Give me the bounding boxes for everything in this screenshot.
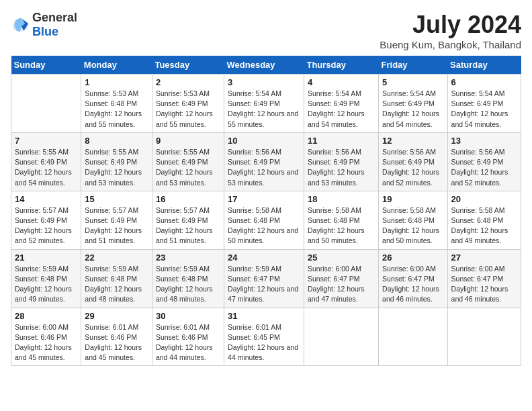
day-number: 25 [308,253,375,263]
cell-info: Sunrise: 6:01 AM Sunset: 6:46 PM Dayligh… [85,322,148,363]
calendar-cell: 19Sunrise: 5:58 AM Sunset: 6:48 PM Dayli… [379,191,448,249]
day-number: 30 [156,311,220,321]
cell-info: Sunrise: 5:57 AM Sunset: 6:49 PM Dayligh… [85,205,148,246]
calendar-cell: 16Sunrise: 5:57 AM Sunset: 6:49 PM Dayli… [152,191,224,249]
header-tuesday: Tuesday [152,56,224,75]
cell-info: Sunrise: 5:54 AM Sunset: 6:49 PM Dayligh… [451,89,517,130]
header: General Blue July 2024 Bueng Kum, Bangko… [11,11,521,50]
calendar-week-5: 28Sunrise: 6:00 AM Sunset: 6:46 PM Dayli… [11,308,521,366]
calendar-cell [379,308,448,366]
cell-info: Sunrise: 5:58 AM Sunset: 6:48 PM Dayligh… [228,205,300,246]
day-number: 18 [308,194,375,204]
main-title: July 2024 [380,11,521,39]
logo-text: General Blue [32,11,77,39]
day-number: 19 [382,194,444,204]
day-number: 28 [15,311,77,321]
calendar-cell: 4Sunrise: 5:54 AM Sunset: 6:49 PM Daylig… [304,75,378,133]
logo-icon [11,15,30,34]
calendar-cell: 20Sunrise: 5:58 AM Sunset: 6:48 PM Dayli… [447,191,521,249]
cell-info: Sunrise: 5:58 AM Sunset: 6:48 PM Dayligh… [382,205,444,246]
cell-info: Sunrise: 5:57 AM Sunset: 6:49 PM Dayligh… [15,205,77,246]
calendar-cell [304,308,378,366]
calendar-cell: 13Sunrise: 5:56 AM Sunset: 6:49 PM Dayli… [447,132,521,191]
cell-info: Sunrise: 6:01 AM Sunset: 6:45 PM Dayligh… [228,322,300,363]
day-number: 5 [382,77,444,87]
calendar-cell [11,75,81,133]
day-number: 15 [85,194,148,204]
calendar-cell: 21Sunrise: 5:59 AM Sunset: 6:48 PM Dayli… [11,249,81,308]
day-number: 7 [15,136,77,146]
cell-info: Sunrise: 5:53 AM Sunset: 6:48 PM Dayligh… [85,89,148,130]
calendar-week-1: 1Sunrise: 5:53 AM Sunset: 6:48 PM Daylig… [11,75,521,133]
cell-info: Sunrise: 6:01 AM Sunset: 6:46 PM Dayligh… [156,322,220,363]
cell-info: Sunrise: 5:56 AM Sunset: 6:49 PM Dayligh… [308,147,375,188]
cell-info: Sunrise: 5:56 AM Sunset: 6:49 PM Dayligh… [228,147,300,188]
calendar-cell: 27Sunrise: 6:00 AM Sunset: 6:47 PM Dayli… [447,249,521,308]
subtitle: Bueng Kum, Bangkok, Thailand [380,39,521,50]
logo-blue: Blue [32,25,58,38]
day-number: 23 [156,253,220,263]
calendar-cell: 10Sunrise: 5:56 AM Sunset: 6:49 PM Dayli… [224,132,304,191]
day-number: 20 [451,194,517,204]
header-saturday: Saturday [447,56,521,75]
cell-info: Sunrise: 6:00 AM Sunset: 6:46 PM Dayligh… [15,322,77,363]
calendar-cell: 7Sunrise: 5:55 AM Sunset: 6:49 PM Daylig… [11,132,81,191]
day-number: 8 [85,136,148,146]
day-number: 1 [85,77,148,87]
calendar-cell: 11Sunrise: 5:56 AM Sunset: 6:49 PM Dayli… [304,132,378,191]
cell-info: Sunrise: 6:00 AM Sunset: 6:47 PM Dayligh… [382,264,444,305]
cell-info: Sunrise: 5:57 AM Sunset: 6:49 PM Dayligh… [156,205,220,246]
cell-info: Sunrise: 5:59 AM Sunset: 6:47 PM Dayligh… [228,264,300,305]
cell-info: Sunrise: 5:56 AM Sunset: 6:49 PM Dayligh… [451,147,517,188]
day-number: 3 [228,77,300,87]
day-number: 21 [15,253,77,263]
calendar-table: SundayMondayTuesdayWednesdayThursdayFrid… [11,56,521,366]
calendar-cell: 29Sunrise: 6:01 AM Sunset: 6:46 PM Dayli… [81,308,152,366]
day-number: 6 [451,77,517,87]
calendar-cell: 14Sunrise: 5:57 AM Sunset: 6:49 PM Dayli… [11,191,81,249]
day-number: 16 [156,194,220,204]
cell-info: Sunrise: 5:55 AM Sunset: 6:49 PM Dayligh… [85,147,148,188]
cell-info: Sunrise: 5:55 AM Sunset: 6:49 PM Dayligh… [156,147,220,188]
header-sunday: Sunday [11,56,81,75]
day-number: 29 [85,311,148,321]
calendar-week-3: 14Sunrise: 5:57 AM Sunset: 6:49 PM Dayli… [11,191,521,249]
day-number: 22 [85,253,148,263]
calendar-cell [447,308,521,366]
cell-info: Sunrise: 6:00 AM Sunset: 6:47 PM Dayligh… [308,264,375,305]
calendar-cell: 23Sunrise: 5:59 AM Sunset: 6:48 PM Dayli… [152,249,224,308]
cell-info: Sunrise: 5:59 AM Sunset: 6:48 PM Dayligh… [15,264,77,305]
calendar-cell: 26Sunrise: 6:00 AM Sunset: 6:47 PM Dayli… [379,249,448,308]
calendar-cell: 31Sunrise: 6:01 AM Sunset: 6:45 PM Dayli… [224,308,304,366]
calendar-cell: 1Sunrise: 5:53 AM Sunset: 6:48 PM Daylig… [81,75,152,133]
calendar-cell: 22Sunrise: 5:59 AM Sunset: 6:48 PM Dayli… [81,249,152,308]
day-number: 4 [308,77,375,87]
day-number: 2 [156,77,220,87]
day-number: 11 [308,136,375,146]
cell-info: Sunrise: 5:53 AM Sunset: 6:49 PM Dayligh… [156,89,220,130]
cell-info: Sunrise: 5:55 AM Sunset: 6:49 PM Dayligh… [15,147,77,188]
day-number: 12 [382,136,444,146]
header-friday: Friday [379,56,448,75]
calendar-cell: 8Sunrise: 5:55 AM Sunset: 6:49 PM Daylig… [81,132,152,191]
day-number: 17 [228,194,300,204]
cell-info: Sunrise: 5:54 AM Sunset: 6:49 PM Dayligh… [228,89,300,130]
calendar-cell: 28Sunrise: 6:00 AM Sunset: 6:46 PM Dayli… [11,308,81,366]
day-number: 31 [228,311,300,321]
logo-general: General [32,11,77,24]
header-wednesday: Wednesday [224,56,304,75]
calendar-cell: 12Sunrise: 5:56 AM Sunset: 6:49 PM Dayli… [379,132,448,191]
day-number: 10 [228,136,300,146]
cell-info: Sunrise: 5:54 AM Sunset: 6:49 PM Dayligh… [308,89,375,130]
cell-info: Sunrise: 6:00 AM Sunset: 6:47 PM Dayligh… [451,264,517,305]
header-monday: Monday [81,56,152,75]
calendar-header-row: SundayMondayTuesdayWednesdayThursdayFrid… [11,56,521,75]
day-number: 27 [451,253,517,263]
cell-info: Sunrise: 5:56 AM Sunset: 6:49 PM Dayligh… [382,147,444,188]
cell-info: Sunrise: 5:59 AM Sunset: 6:48 PM Dayligh… [156,264,220,305]
logo: General Blue [11,11,77,39]
cell-info: Sunrise: 5:58 AM Sunset: 6:48 PM Dayligh… [308,205,375,246]
calendar-cell: 25Sunrise: 6:00 AM Sunset: 6:47 PM Dayli… [304,249,378,308]
day-number: 14 [15,194,77,204]
day-number: 24 [228,253,300,263]
